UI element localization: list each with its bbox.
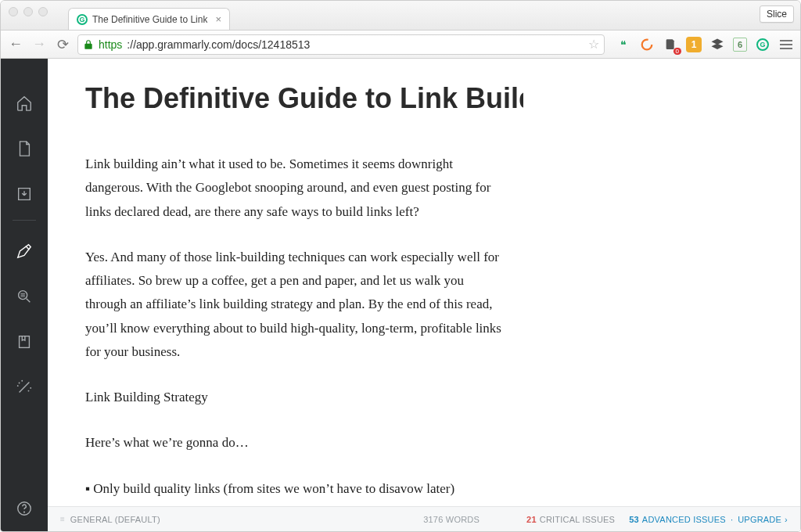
critical-count[interactable]: 21 xyxy=(526,515,537,524)
tab-title: The Definitive Guide to Link xyxy=(92,14,207,25)
address-bar[interactable]: https://app.grammarly.com/docs/12418513 … xyxy=(77,34,605,55)
minimize-window[interactable] xyxy=(23,7,33,16)
sidebar-separator xyxy=(13,220,36,221)
hangouts-icon[interactable]: ❝ xyxy=(616,37,631,52)
browser-tab[interactable]: G The Definitive Guide to Link × xyxy=(68,8,230,30)
chevron-right-icon[interactable]: › xyxy=(785,515,788,524)
sidebar-download[interactable] xyxy=(1,171,48,217)
url-path: ://app.grammarly.com/docs/12418513 xyxy=(127,38,310,51)
evernote-clipper-icon[interactable]: 0 xyxy=(663,37,678,52)
separator-dot: · xyxy=(731,515,733,524)
svg-rect-2 xyxy=(20,336,30,348)
paragraph[interactable]: Yes. And many of those link-building tec… xyxy=(85,246,508,364)
critical-label[interactable]: CRITICAL ISSUES xyxy=(540,515,615,524)
close-window[interactable] xyxy=(9,7,18,16)
sidebar-new-doc[interactable] xyxy=(1,126,48,171)
editor-pane[interactable]: The Definitive Guide to Link Buildi… Lin… xyxy=(48,59,800,531)
circle-orange-icon[interactable] xyxy=(639,37,655,52)
writing-profile[interactable]: GENERAL (DEFAULT) xyxy=(70,515,160,524)
upgrade-link[interactable]: UPGRADE xyxy=(738,515,781,524)
titlebar: G The Definitive Guide to Link × Slice xyxy=(1,1,800,31)
sidebar-pen[interactable] xyxy=(1,228,48,274)
url-scheme: https xyxy=(99,38,122,51)
profile-icon[interactable]: ≡ xyxy=(60,515,66,523)
document-body[interactable]: Link building ain’t what it used to be. … xyxy=(85,153,508,501)
seo-six-icon[interactable]: 6 xyxy=(733,38,747,52)
extension-row: ❝ 0 1 6 G xyxy=(616,37,794,52)
grammarly-ext-icon[interactable]: G xyxy=(755,37,770,52)
word-count[interactable]: 3176 WORDS xyxy=(423,515,480,524)
sidebar-search[interactable] xyxy=(1,274,48,319)
reload-button[interactable]: ⟳ xyxy=(54,36,71,53)
status-bar: ≡ GENERAL (DEFAULT) 3176 WORDS 21 CRITIC… xyxy=(48,506,800,531)
paragraph[interactable]: Link Building Strategy xyxy=(85,386,508,409)
browser-window: G The Definitive Guide to Link × Slice ←… xyxy=(0,0,801,532)
advanced-label[interactable]: ADVANCED ISSUES xyxy=(642,515,726,524)
sidebar-home[interactable] xyxy=(1,81,48,126)
slice-button[interactable]: Slice xyxy=(760,5,794,23)
chrome-menu-icon[interactable] xyxy=(778,40,794,49)
sidebar-help[interactable] xyxy=(1,486,48,531)
bullet-item[interactable]: Only build quality links (from sites we … xyxy=(85,477,508,501)
window-controls xyxy=(9,7,48,16)
sidebar-wand[interactable] xyxy=(1,365,48,410)
paragraph[interactable]: Link building ain’t what it used to be. … xyxy=(85,153,508,224)
browser-toolbar: ← → ⟳ https://app.grammarly.com/docs/124… xyxy=(1,31,800,59)
app-body: The Definitive Guide to Link Buildi… Lin… xyxy=(1,59,800,531)
notification-badge[interactable]: 1 xyxy=(686,37,702,52)
back-button[interactable]: ← xyxy=(7,36,24,52)
sidebar-bookmark[interactable] xyxy=(1,319,48,365)
forward-button[interactable]: → xyxy=(31,36,48,52)
grammarly-favicon: G xyxy=(77,14,88,25)
zoom-window[interactable] xyxy=(38,7,48,16)
app-sidebar xyxy=(1,59,48,531)
svg-point-4 xyxy=(24,512,25,512)
document-title[interactable]: The Definitive Guide to Link Buildi… xyxy=(85,82,523,115)
lock-icon xyxy=(83,39,94,50)
svg-point-0 xyxy=(642,39,652,49)
paragraph[interactable]: Here’s what we’re gonna do… xyxy=(85,431,508,455)
close-tab-icon[interactable]: × xyxy=(215,13,221,25)
buffer-icon[interactable] xyxy=(709,37,725,52)
advanced-count[interactable]: 53 xyxy=(629,515,639,524)
bookmark-star-icon[interactable]: ☆ xyxy=(588,37,599,52)
